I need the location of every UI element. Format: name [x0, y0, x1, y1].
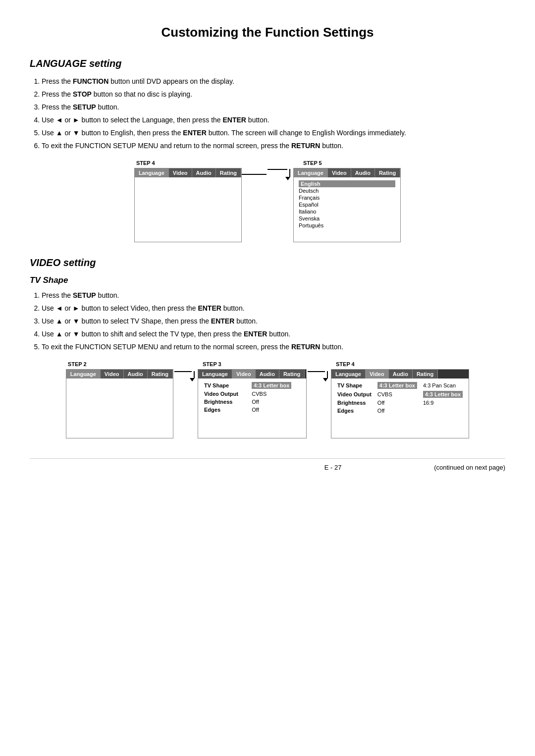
- lang5-header-language: Language: [294, 168, 328, 177]
- video-step2-menu-body: [66, 378, 173, 433]
- page-title: Customizing the Function Settings: [30, 25, 505, 40]
- video-step3-table: TV Shape 4:3 Letter box Video Output CVB…: [201, 381, 303, 414]
- vid3-header-rating: Rating: [279, 370, 305, 378]
- tvshape-subtitle: TV Shape: [30, 275, 505, 285]
- step4-edges-val2: [420, 407, 466, 415]
- language-step5-menu-body: English Deutsch Français Español Italian…: [294, 177, 400, 232]
- lang-arrow-1: [242, 160, 268, 175]
- lang5-header-audio: Audio: [351, 168, 375, 177]
- step3-row-brightness: Brightness Off: [201, 398, 303, 406]
- step3-edges-label: Edges: [201, 406, 249, 414]
- video-step3-menu: Language Video Audio Rating TV Shape 4:3…: [198, 369, 307, 438]
- step4-row-edges: Edges Off: [334, 407, 466, 415]
- step3-brightness-value: Off: [249, 398, 303, 406]
- language-steps-list: Press the FUNCTION button until DVD appe…: [42, 76, 505, 151]
- video-step2-menu-header: Language Video Audio Rating: [66, 370, 173, 378]
- language-step4-menu-body: [135, 177, 241, 237]
- language-step5-block: STEP 5 Language Video Audio Rating Engli…: [293, 160, 401, 242]
- language-step4-menu-header: Language Video Audio Rating: [135, 168, 241, 177]
- lang5-header-rating: Rating: [375, 168, 400, 177]
- video-arrow-2: [308, 361, 328, 381]
- footer-continued-text: (continued on next page): [434, 464, 505, 471]
- vid4-header-video: Video: [366, 370, 389, 378]
- video-step3-menu-header: Language Video Audio Rating: [198, 370, 306, 378]
- lang-header-language: Language: [135, 168, 169, 177]
- vid2-header-audio: Audio: [124, 370, 148, 378]
- language-step5-label: STEP 5: [303, 160, 322, 166]
- step4-videooutput-label: Video Output: [334, 390, 374, 399]
- vid4-header-audio: Audio: [389, 370, 413, 378]
- language-step5-menu: Language Video Audio Rating English Deut…: [293, 168, 401, 242]
- step3-tvshape-value: 4:3 Letter box: [249, 381, 303, 390]
- vid2-header-language: Language: [66, 370, 101, 378]
- step4-videooutput-val2: 4:3 Letter box: [420, 390, 466, 399]
- video-step4-menu: Language Video Audio Rating TV Shape 4:3…: [331, 369, 469, 438]
- lang-item-portugues: Português: [299, 222, 395, 229]
- lang-header-rating: Rating: [216, 168, 241, 177]
- video-section-title: VIDEO setting: [30, 257, 505, 269]
- step4-edges-label: Edges: [334, 407, 374, 415]
- step3-edges-value: Off: [249, 406, 303, 414]
- lang-item-english: English: [299, 180, 395, 187]
- step4-edges-val1: Off: [374, 407, 420, 415]
- step4-row-tvshape: TV Shape 4:3 Letter box 4:3 Pan Scan: [334, 381, 466, 390]
- video-step-1: Press the SETUP button.: [42, 290, 505, 301]
- video-step3-label: STEP 3: [203, 361, 221, 367]
- video-arrow-1: [174, 361, 195, 381]
- step4-tvshape-val2: 4:3 Pan Scan: [420, 381, 466, 390]
- language-step4-label: STEP 4: [136, 160, 155, 166]
- lang5-header-video: Video: [328, 168, 351, 177]
- video-step-3: Use ▲ or ▼ button to select TV Shape, th…: [42, 316, 505, 326]
- lang-l-arrow: [268, 160, 290, 180]
- step4-row-brightness: Brightness Off 16:9: [334, 399, 466, 407]
- language-step-2: Press the STOP button so that no disc is…: [42, 89, 505, 100]
- video-step4-label: STEP 4: [336, 361, 355, 367]
- video-step4-block: STEP 4 Language Video Audio Rating TV Sh…: [331, 361, 469, 438]
- language-step-4: Use ◄ or ► button to select the Language…: [42, 115, 505, 125]
- language-step4-block: STEP 4 Language Video Audio Rating: [134, 160, 242, 242]
- step3-brightness-label: Brightness: [201, 398, 249, 406]
- video-step3-block: STEP 3 Language Video Audio Rating TV Sh…: [198, 361, 307, 438]
- lang-header-audio: Audio: [192, 168, 216, 177]
- vid4-header-language: Language: [331, 370, 366, 378]
- step4-tvshape-label: TV Shape: [334, 381, 374, 390]
- language-step5-menu-header: Language Video Audio Rating: [294, 168, 400, 177]
- language-section-title: LANGUAGE setting: [30, 58, 505, 69]
- lang-item-deutsch: Deutsch: [299, 187, 395, 194]
- video-steps-list: Press the SETUP button. Use ◄ or ► butto…: [42, 290, 505, 352]
- step4-tvshape-val1: 4:3 Letter box: [374, 381, 420, 390]
- step3-row-tvshape: TV Shape 4:3 Letter box: [201, 381, 303, 390]
- video-step-2: Use ◄ or ► button to select Video, then …: [42, 303, 505, 314]
- video-step2-label: STEP 2: [68, 361, 87, 367]
- video-step-diagrams: STEP 2 Language Video Audio Rating STEP …: [30, 361, 505, 438]
- video-step4-table: TV Shape 4:3 Letter box 4:3 Pan Scan Vid…: [334, 381, 466, 415]
- video-step-4: Use ▲ or ▼ button to shift and select th…: [42, 329, 505, 339]
- video-step3-menu-body: TV Shape 4:3 Letter box Video Output CVB…: [198, 378, 306, 416]
- footer: E - 27 (continued on next page): [30, 458, 505, 471]
- vid3-header-video: Video: [232, 370, 256, 378]
- footer-page-number: E - 27: [232, 464, 434, 471]
- vid4-header-rating: Rating: [413, 370, 438, 378]
- lang-header-video: Video: [169, 168, 192, 177]
- vid3-header-audio: Audio: [256, 370, 279, 378]
- language-step-diagrams: STEP 4 Language Video Audio Rating: [30, 160, 505, 242]
- step4-videooutput-val1: CVBS: [374, 390, 420, 399]
- video-step2-menu: Language Video Audio Rating: [66, 369, 173, 438]
- vid2-header-rating: Rating: [148, 370, 173, 378]
- language-step-1: Press the FUNCTION button until DVD appe…: [42, 76, 505, 87]
- video-step4-menu-header: Language Video Audio Rating: [331, 370, 469, 378]
- step3-row-videooutput: Video Output CVBS: [201, 390, 303, 398]
- step3-tvshape-label: TV Shape: [201, 381, 249, 390]
- language-step-3: Press the SETUP button.: [42, 102, 505, 112]
- step3-videooutput-label: Video Output: [201, 390, 249, 398]
- language-step-5: Use ▲ or ▼ button to English, then press…: [42, 128, 505, 138]
- step4-brightness-val2: 16:9: [420, 399, 466, 407]
- step4-brightness-label: Brightness: [334, 399, 374, 407]
- lang-item-espanol: Español: [299, 201, 395, 208]
- vid3-header-language: Language: [198, 370, 232, 378]
- vid2-header-video: Video: [101, 370, 124, 378]
- video-step4-menu-body: TV Shape 4:3 Letter box 4:3 Pan Scan Vid…: [331, 378, 469, 417]
- step4-row-videooutput: Video Output CVBS 4:3 Letter box: [334, 390, 466, 399]
- lang-item-francais: Français: [299, 194, 395, 201]
- video-step2-block: STEP 2 Language Video Audio Rating: [66, 361, 173, 438]
